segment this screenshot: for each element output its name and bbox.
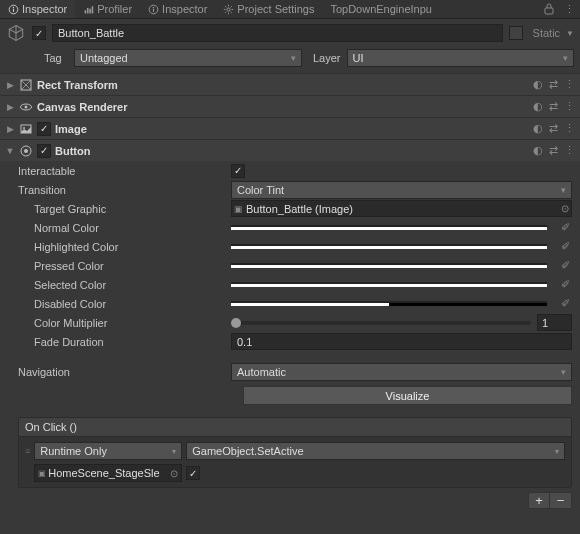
rect-transform-icon <box>19 78 33 92</box>
layer-dropdown[interactable]: UI <box>347 49 575 67</box>
svg-rect-2 <box>13 8 14 11</box>
object-ref-text: HomeScene_StageSle <box>48 467 170 479</box>
prop-target-graphic: Target Graphic ▣ Button_Battle (Image) ⊙ <box>0 199 580 218</box>
static-checkbox[interactable] <box>509 26 523 40</box>
prop-label: Disabled Color <box>34 298 223 310</box>
kebab-icon[interactable]: ⋮ <box>564 100 575 113</box>
color-multiplier-value[interactable] <box>537 314 572 331</box>
function-dropdown[interactable]: GameObject.SetActive <box>186 442 565 460</box>
foldout-icon[interactable]: ▼ <box>5 146 15 156</box>
preset-icon[interactable]: ⇄ <box>549 122 558 135</box>
eyedropper-icon[interactable]: ✐ <box>558 221 572 234</box>
eyedropper-icon[interactable]: ✐ <box>558 240 572 253</box>
object-picker-icon[interactable]: ⊙ <box>561 203 569 214</box>
gameobject-header: Static ▼ <box>0 19 580 47</box>
event-add-remove: + − <box>0 492 572 509</box>
svg-point-8 <box>153 6 154 7</box>
component-rect-transform[interactable]: ▶ Rect Transform ◐ ⇄ ⋮ <box>0 73 580 95</box>
eyedropper-icon[interactable]: ✐ <box>558 259 572 272</box>
foldout-icon[interactable]: ▶ <box>5 102 15 112</box>
visualize-button[interactable]: Visualize <box>243 386 572 405</box>
navigation-dropdown[interactable]: Automatic <box>231 363 572 381</box>
prop-transition: Transition Color Tint <box>0 180 580 199</box>
onclick-event-box: On Click () ≡ Runtime Only GameObject.Se… <box>18 417 572 488</box>
static-label: Static <box>533 27 561 39</box>
svg-point-10 <box>227 7 230 10</box>
kebab-icon[interactable]: ⋮ <box>564 144 575 157</box>
tag-layer-row: Tag Untagged Layer UI <box>0 47 580 73</box>
gameobject-icon[interactable] <box>6 23 26 43</box>
component-title: Rect Transform <box>37 79 529 91</box>
preset-icon[interactable]: ⇄ <box>549 144 558 157</box>
svg-point-1 <box>13 6 14 7</box>
kebab-icon[interactable]: ⋮ <box>559 3 580 16</box>
tab-asset[interactable]: TopDownEngineInpu <box>322 0 437 18</box>
component-image[interactable]: ▶ Image ◐ ⇄ ⋮ <box>0 117 580 139</box>
transition-dropdown[interactable]: Color Tint <box>231 181 572 199</box>
help-icon[interactable]: ◐ <box>533 144 543 157</box>
help-icon[interactable]: ◐ <box>533 78 543 91</box>
tab-inspector-2[interactable]: Inspector <box>140 0 215 18</box>
component-button[interactable]: ▼ Button ◐ ⇄ ⋮ <box>0 139 580 161</box>
fade-duration-field[interactable] <box>231 333 572 350</box>
kebab-icon[interactable]: ⋮ <box>564 122 575 135</box>
prop-pressed-color: Pressed Color ✐ <box>0 256 580 275</box>
static-dropdown-arrow[interactable]: ▼ <box>566 29 574 38</box>
grip-icon[interactable]: ≡ <box>25 446 30 456</box>
interactable-checkbox[interactable] <box>231 164 245 178</box>
tab-project-settings[interactable]: Project Settings <box>215 0 322 18</box>
prop-highlighted-color: Highlighted Color ✐ <box>0 237 580 256</box>
component-canvas-renderer[interactable]: ▶ Canvas Renderer ◐ ⇄ ⋮ <box>0 95 580 117</box>
add-event-button[interactable]: + <box>528 492 550 509</box>
prop-label: Navigation <box>18 366 223 378</box>
tab-inspector[interactable]: Inspector <box>0 0 75 18</box>
object-picker-icon[interactable]: ⊙ <box>170 468 178 479</box>
target-graphic-field[interactable]: ▣ Button_Battle (Image) ⊙ <box>231 200 572 217</box>
settings-icon <box>223 4 234 15</box>
svg-rect-9 <box>153 8 154 11</box>
gameobject-ref-icon: ▣ <box>38 469 46 478</box>
event-target-field[interactable]: ▣ HomeScene_StageSle ⊙ <box>34 464 182 482</box>
svg-rect-5 <box>90 8 92 13</box>
layer-label: Layer <box>308 52 341 64</box>
tab-label: TopDownEngineInpu <box>330 3 432 15</box>
prop-label: Interactable <box>18 165 223 177</box>
prop-interactable: Interactable <box>0 161 580 180</box>
tab-label: Inspector <box>22 3 67 15</box>
image-icon <box>19 122 33 136</box>
preset-icon[interactable]: ⇄ <box>549 78 558 91</box>
prop-label: Pressed Color <box>34 260 223 272</box>
component-title: Canvas Renderer <box>37 101 529 113</box>
eyedropper-icon[interactable]: ✐ <box>558 278 572 291</box>
info-icon <box>8 4 19 15</box>
remove-event-button[interactable]: − <box>550 492 572 509</box>
preset-icon[interactable]: ⇄ <box>549 100 558 113</box>
event-bool-checkbox[interactable] <box>186 466 200 480</box>
name-field[interactable] <box>52 24 503 42</box>
prop-disabled-color: Disabled Color ✐ <box>0 294 580 313</box>
object-ref-text: Button_Battle (Image) <box>246 203 561 215</box>
help-icon[interactable]: ◐ <box>533 122 543 135</box>
tag-label: Tag <box>44 52 68 64</box>
help-icon[interactable]: ◐ <box>533 100 543 113</box>
tag-dropdown[interactable]: Untagged <box>74 49 302 67</box>
button-icon <box>19 144 33 158</box>
color-multiplier-slider[interactable] <box>231 321 531 325</box>
prop-label: Transition <box>18 184 223 196</box>
tab-bar: Inspector Profiler Inspector Project Set… <box>0 0 580 19</box>
tab-label: Inspector <box>162 3 207 15</box>
canvas-renderer-icon <box>19 100 33 114</box>
tab-profiler[interactable]: Profiler <box>75 0 140 18</box>
foldout-icon[interactable]: ▶ <box>5 80 15 90</box>
prop-label: Target Graphic <box>34 203 223 215</box>
enabled-checkbox[interactable] <box>37 122 51 136</box>
runtime-dropdown[interactable]: Runtime Only <box>34 442 182 460</box>
enabled-checkbox[interactable] <box>37 144 51 158</box>
eyedropper-icon[interactable]: ✐ <box>558 297 572 310</box>
active-checkbox[interactable] <box>32 26 46 40</box>
foldout-icon[interactable]: ▶ <box>5 124 15 134</box>
lock-icon[interactable] <box>539 3 559 15</box>
kebab-icon[interactable]: ⋮ <box>564 78 575 91</box>
prop-color-multiplier: Color Multiplier <box>0 313 580 332</box>
svg-rect-6 <box>92 6 94 13</box>
